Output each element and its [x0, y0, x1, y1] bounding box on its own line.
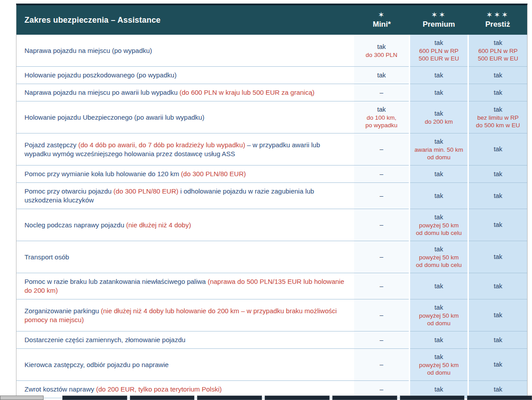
value-main-line: –: [358, 336, 405, 344]
mini-value-cell: –: [354, 241, 409, 273]
value-main-line: tak: [472, 360, 524, 369]
value-main-line: tak: [414, 245, 464, 254]
row-label-text: Pomoc przy otwarciu pojazdu: [24, 187, 113, 195]
prestiz-value-cell: tak: [468, 67, 527, 84]
table-header-row: Zakres ubezpieczenia – Assistance ✶ Mini…: [16, 5, 527, 35]
next-table-cells: [62, 396, 532, 400]
value-main-line: tak: [358, 43, 405, 51]
value-main-line: tak: [414, 282, 464, 291]
row-label-text: Pojazd zastępczy: [24, 141, 78, 149]
row-label-text: Transport osób: [24, 253, 69, 261]
value-main-line: tak: [472, 145, 524, 154]
scanned-document-page: Zakres ubezpieczenia – Assistance ✶ Mini…: [0, 0, 532, 400]
premium-value-cell: tak600 PLN w RP500 EUR w EU: [409, 35, 468, 67]
column-header-prestiz: ✶✶✶ Prestiż: [468, 5, 527, 35]
value-note-line: do 200 km: [414, 118, 464, 125]
value-main-line: tak: [472, 192, 524, 200]
value-main-line: tak: [472, 311, 524, 319]
row-label-note: (nie dłużej niż 4 doby): [126, 221, 191, 229]
row-label-cell: Naprawa pojazdu na miejscu po awarii lub…: [16, 84, 354, 101]
next-table-cell-edge: [62, 396, 127, 400]
mini-value-cell: –: [354, 84, 409, 101]
value-main-line: –: [358, 360, 405, 369]
row-label-note: (do 300 PLN/80 EUR): [181, 170, 246, 178]
row-label-text: Holowanie pojazdu poszkodowanego (po wyp…: [24, 71, 177, 79]
value-main-line: tak: [414, 137, 464, 146]
next-table-edge: [0, 395, 532, 400]
mini-value-cell: –: [354, 166, 409, 183]
value-note-line: 600 PLN w RP: [472, 47, 524, 55]
value-note-line: od domu lub celu: [414, 261, 464, 269]
scan-artifact-box: [0, 396, 44, 400]
value-main-line: tak: [414, 385, 464, 394]
value-note-line: do 500 km w EU: [472, 121, 524, 129]
value-main-line: –: [358, 145, 405, 154]
row-label-cell: Holowanie pojazdu poszkodowanego (po wyp…: [16, 67, 354, 84]
table-title-text: Zakres ubezpieczenia – Assistance: [24, 16, 161, 24]
star-icon: ✶✶: [409, 11, 468, 20]
value-main-line: tak: [414, 353, 464, 361]
value-note-line: awaria min. 50 km: [414, 146, 464, 154]
next-table-cell-edge: [265, 396, 330, 400]
value-main-line: tak: [414, 192, 464, 200]
value-main-line: –: [358, 253, 405, 261]
prestiz-value-cell: tak: [468, 133, 527, 166]
table-row: Transport osób–takpowyżej 50 kmod domu l…: [16, 241, 527, 273]
value-note-line: 500 EUR w EU: [472, 55, 524, 62]
table-title: Zakres ubezpieczenia – Assistance: [16, 5, 354, 35]
mini-value-cell: –: [354, 299, 409, 331]
row-label-text: Naprawa pojazdu na miejscu po awarii lub…: [24, 89, 180, 96]
coverage-table: Zakres ubezpieczenia – Assistance ✶ Mini…: [16, 5, 527, 398]
row-label-text: Nocleg podczas naprawy pojazdu: [24, 221, 126, 229]
value-main-line: –: [358, 385, 405, 394]
value-main-line: tak: [472, 71, 524, 80]
premium-value-cell: takpowyżej 50 kmod domu: [409, 299, 468, 331]
prestiz-value-cell: tak: [468, 273, 527, 299]
premium-value-cell: takpowyżej 50 kmod domu lub celu: [409, 241, 468, 273]
row-label-note: (do 4 dób po awarii, do 7 dób po kradzie…: [78, 141, 245, 149]
mini-value-cell: takdo 300 PLN: [354, 35, 409, 67]
value-main-line: tak: [414, 109, 464, 118]
row-label-text: Zorganizowanie parkingu: [24, 307, 101, 315]
premium-value-cell: takawaria min. 50 kmod domu: [409, 133, 468, 166]
value-main-line: tak: [472, 253, 524, 261]
value-main-line: tak: [358, 71, 405, 80]
next-table-cell-edge: [197, 396, 262, 400]
row-label-note: (do 300 PLN/80 EUR): [113, 187, 178, 195]
prestiz-value-cell: takbez limitu w RPdo 500 km w EU: [468, 101, 527, 133]
table-row: Kierowca zastępczy, odbiór pojazdu po na…: [16, 349, 527, 381]
mini-value-cell: –: [354, 133, 409, 166]
row-label-text: Pomoc w razie braku lub zatankowania nie…: [24, 278, 208, 285]
value-note-line: do 100 km,: [358, 114, 405, 121]
row-label-cell: Kierowca zastępczy, odbiór pojazdu po na…: [16, 349, 354, 381]
row-label-text: Holowanie pojazdu Ubezpieczonego (po awa…: [24, 113, 204, 121]
value-main-line: –: [358, 221, 405, 229]
table-row: Pomoc przy wymianie koła lub holowanie d…: [16, 166, 527, 183]
value-main-line: tak: [472, 385, 524, 394]
value-main-line: –: [358, 89, 405, 97]
prestiz-value-cell: tak: [468, 331, 527, 349]
mini-value-cell: tak: [354, 67, 409, 84]
mini-value-cell: –: [354, 273, 409, 299]
value-note-line: 600 PLN w RP: [414, 47, 464, 55]
column-header-mini: ✶ Mini*: [354, 5, 409, 35]
table-row: Naprawa pojazdu na miejscu (po wypadku)t…: [16, 35, 527, 67]
premium-value-cell: tak: [409, 183, 468, 209]
value-note-line: powyżej 50 km: [414, 361, 464, 369]
next-table-cell-edge: [130, 396, 195, 400]
value-main-line: tak: [358, 105, 405, 114]
row-label-text: Zwrot kosztów naprawy: [24, 385, 96, 393]
value-note-line: do 300 PLN: [358, 51, 405, 59]
table-row: Pojazd zastępczy (do 4 dób po awarii, do…: [16, 133, 527, 166]
premium-value-cell: tak: [409, 67, 468, 84]
row-label-cell: Nocleg podczas naprawy pojazdu (nie dłuż…: [16, 209, 354, 241]
row-label-cell: Zorganizowanie parkingu (nie dłużej niż …: [16, 299, 354, 331]
prestiz-value-cell: tak: [468, 299, 527, 331]
value-main-line: tak: [414, 89, 464, 97]
column-header-premium: ✶✶ Premium: [409, 5, 468, 35]
value-main-line: –: [358, 170, 405, 178]
value-main-line: tak: [472, 282, 524, 291]
next-table-cell-edge: [400, 396, 465, 400]
value-main-line: tak: [414, 303, 464, 312]
premium-value-cell: takdo 200 km: [409, 101, 468, 133]
